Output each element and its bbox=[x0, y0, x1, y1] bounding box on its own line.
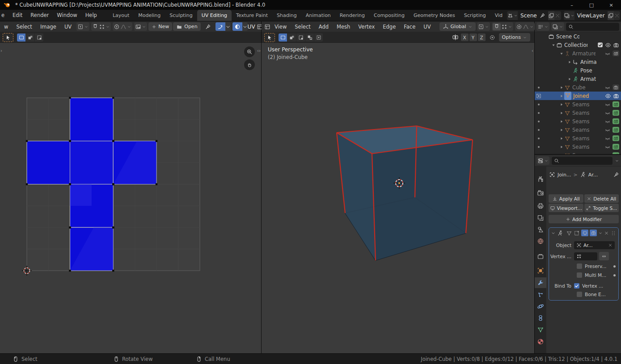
minimize-button[interactable]: – bbox=[562, 0, 582, 10]
new-viewlayer-button[interactable] bbox=[608, 11, 614, 20]
eye-icon[interactable] bbox=[605, 93, 611, 99]
uv-vertex[interactable] bbox=[112, 97, 114, 99]
uv-vertex[interactable] bbox=[69, 226, 71, 228]
outliner-row-joined[interactable]: Joined bbox=[535, 92, 621, 100]
outliner-row-seams[interactable]: Seams bbox=[535, 100, 621, 109]
image-selector[interactable] bbox=[134, 22, 147, 31]
uv-menu-select[interactable]: Select bbox=[12, 24, 36, 30]
properties-search-input[interactable] bbox=[552, 157, 613, 165]
uv-snap-controls[interactable] bbox=[91, 22, 111, 31]
properties-tab-output[interactable] bbox=[535, 201, 546, 211]
camera-excluded-icon[interactable] bbox=[613, 144, 619, 150]
edge-mode-button[interactable] bbox=[287, 33, 296, 42]
camera-icon[interactable] bbox=[613, 93, 619, 99]
modifier-extras-icon[interactable] bbox=[598, 230, 603, 236]
uv-edge-select-button[interactable] bbox=[26, 33, 35, 42]
workspace-tab-uv-editing[interactable]: UV Editing bbox=[197, 10, 232, 21]
delete-scene-button[interactable] bbox=[554, 11, 561, 20]
cage-display-icon[interactable] bbox=[574, 230, 580, 236]
outliner-row-armat[interactable]: Armat bbox=[535, 75, 621, 83]
pivot-point-selector[interactable] bbox=[477, 22, 490, 31]
expand--icon[interactable] bbox=[559, 136, 564, 141]
uv-vertex[interactable] bbox=[69, 270, 71, 272]
viewport-menu-select[interactable]: Select bbox=[291, 24, 314, 30]
uv-vertex[interactable] bbox=[69, 140, 71, 142]
delete-all-button[interactable]: Delete All bbox=[584, 194, 619, 203]
workspace-tab-shading[interactable]: Shading bbox=[272, 10, 301, 21]
vertex-mode-button[interactable] bbox=[279, 33, 287, 42]
menubar-menu-help[interactable]: Help bbox=[81, 10, 101, 21]
expand-collapse-icon[interactable] bbox=[551, 42, 556, 48]
workspace-tab-rendering[interactable]: Rendering bbox=[335, 10, 369, 21]
maximize-button[interactable]: □ bbox=[582, 0, 601, 10]
viewport-menu-uv[interactable]: UV bbox=[419, 24, 435, 30]
uv-vertex[interactable] bbox=[26, 183, 28, 185]
collapse-panel-icon[interactable] bbox=[551, 230, 556, 236]
fallback-mode-button[interactable] bbox=[314, 33, 323, 42]
viewport-menu-face[interactable]: Face bbox=[400, 24, 419, 30]
outliner-row-seams[interactable]: Seams bbox=[535, 142, 621, 151]
viewport-menu-vertex[interactable]: Vertex bbox=[354, 24, 379, 30]
viewport-display-button[interactable]: Viewport... bbox=[549, 204, 583, 212]
uv-select-sync-toggle[interactable] bbox=[215, 22, 231, 31]
island-mode-button[interactable] bbox=[305, 33, 314, 42]
camera-excluded-icon[interactable] bbox=[613, 118, 619, 124]
outliner-row-scene-collection[interactable]: Scene Collection bbox=[535, 32, 621, 41]
render-display-toggle[interactable] bbox=[590, 230, 597, 236]
uv-vertex[interactable] bbox=[112, 140, 114, 142]
multi-modifier-checkbox[interactable] bbox=[577, 272, 582, 278]
outliner-search-input[interactable] bbox=[566, 23, 619, 31]
outliner-row-anima[interactable]: Anima bbox=[535, 58, 621, 66]
breadcrumb-modifier[interactable]: Ar... bbox=[588, 172, 598, 178]
editor-type-icon[interactable] bbox=[264, 24, 270, 30]
viewport-menu-edge[interactable]: Edge bbox=[379, 24, 400, 30]
properties-tab-render[interactable] bbox=[535, 188, 546, 198]
workspace-tab-geometry-nodes[interactable]: Geometry Nodes bbox=[409, 10, 460, 21]
vertex-groups-checkbox[interactable] bbox=[574, 283, 579, 289]
eyeclosed-icon[interactable] bbox=[604, 50, 611, 57]
uv-proportional-edit[interactable] bbox=[113, 22, 132, 31]
workspace-tab-sculpting[interactable]: Sculpting bbox=[165, 10, 197, 21]
camera-disabled-icon[interactable] bbox=[613, 84, 619, 90]
region-expand-arrow[interactable]: ‹ bbox=[532, 48, 533, 53]
properties-tab-physics[interactable] bbox=[535, 301, 546, 312]
scene-browse-icon[interactable] bbox=[507, 13, 513, 19]
visibility-checkbox[interactable] bbox=[597, 42, 603, 48]
uv-menu-image[interactable]: Image bbox=[36, 24, 60, 30]
uv-vertex[interactable] bbox=[26, 140, 28, 142]
workspace-tab-layout[interactable]: Layout bbox=[108, 10, 134, 21]
cube-edit-view[interactable] bbox=[262, 43, 534, 353]
region-expand-arrow[interactable]: › bbox=[0, 48, 2, 53]
eyeclosed-icon[interactable] bbox=[604, 110, 611, 116]
invert-vertex-group-button[interactable] bbox=[599, 252, 609, 260]
new-scene-button[interactable] bbox=[548, 11, 555, 20]
mirror-axis-x-button[interactable]: X bbox=[461, 33, 469, 41]
open-image-button[interactable]: Open bbox=[173, 22, 200, 31]
snap-target-icon[interactable] bbox=[99, 24, 105, 30]
scene-name[interactable]: Scene bbox=[520, 13, 537, 19]
eyeclosed-icon[interactable] bbox=[604, 135, 611, 142]
uv-face-select-button[interactable] bbox=[35, 33, 44, 42]
options-dropdown[interactable]: Options bbox=[499, 33, 530, 42]
tweak-tool-button[interactable] bbox=[3, 33, 13, 42]
remove-modifier-icon[interactable] bbox=[604, 230, 609, 236]
breadcrumb-object[interactable]: Join... bbox=[558, 172, 571, 178]
edit-mode-display-icon[interactable] bbox=[566, 230, 572, 236]
proportional-edit-controls[interactable] bbox=[515, 22, 535, 31]
remove-viewlayer-button[interactable] bbox=[614, 11, 620, 20]
properties-tab-view-layer[interactable] bbox=[535, 213, 546, 223]
eyeclosed-icon[interactable] bbox=[604, 118, 611, 125]
uv-vertex[interactable] bbox=[112, 226, 114, 228]
viewport-canvas[interactable]: User Perspective (2) Joined-Cube ‹ bbox=[262, 43, 534, 353]
properties-tab-collection[interactable] bbox=[535, 251, 546, 262]
viewlayer-icon[interactable] bbox=[564, 13, 570, 19]
expand--icon[interactable] bbox=[559, 144, 564, 150]
drag-handle-icon[interactable] bbox=[610, 230, 617, 236]
bone-envelopes-checkbox[interactable] bbox=[577, 292, 582, 297]
workspace-tab-animation[interactable]: Animation bbox=[301, 10, 335, 21]
camera-excluded-icon[interactable] bbox=[613, 127, 619, 133]
new-image-button[interactable]: New bbox=[148, 22, 172, 31]
uv-vertex[interactable] bbox=[112, 183, 114, 185]
eyeclosed-icon[interactable] bbox=[604, 144, 611, 150]
camera-excluded-icon[interactable] bbox=[613, 50, 619, 56]
